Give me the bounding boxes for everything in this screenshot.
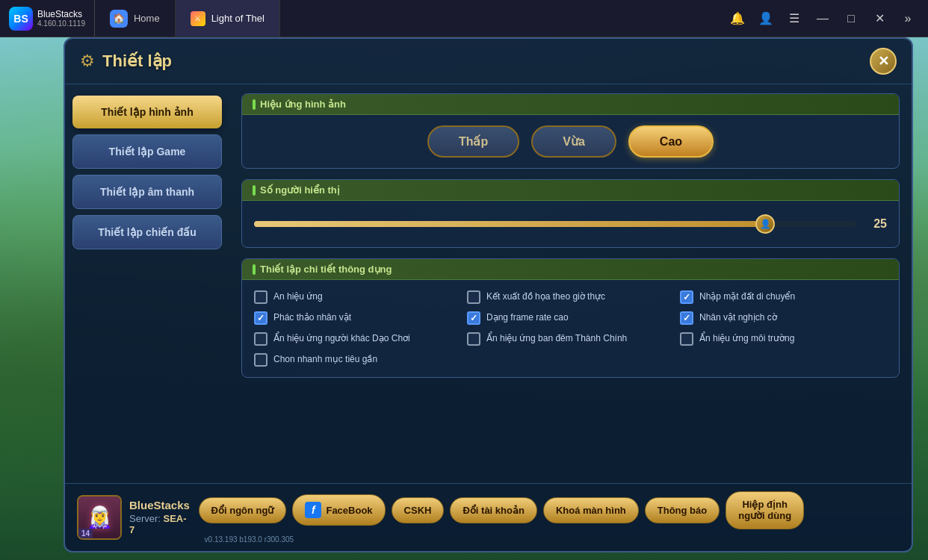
checkbox-nhan-vat-nghich-label: Nhân vật nghịch cờ	[699, 312, 777, 324]
close-panel-button[interactable]: ✕	[870, 48, 897, 75]
avatar-frame: 🧝‍♀️ 14	[77, 495, 122, 540]
game-tab-icon: ⚔	[191, 11, 205, 26]
sidebar-item-am-thanh[interactable]: Thiết lập âm thanh	[72, 175, 222, 209]
hieu-ung-section-body: Thấp Vừa Cao	[242, 115, 899, 168]
checkbox-an-hieu-ung-moi-truong-label: Ẩn hiệu ứng môi trường	[699, 333, 794, 345]
checkbox-chon-nhanh-label: Chon nhanh mục tiêu gần	[273, 354, 377, 366]
account-button[interactable]: 👤	[755, 7, 777, 30]
checkbox-nhap-mat[interactable]: ✓ Nhập mặt đất di chuyển	[680, 290, 887, 304]
so-nguoi-section-body: 👤 25	[242, 201, 899, 247]
minimize-button[interactable]: —	[811, 7, 834, 30]
hieu-ung-section-header: Hiệu ứng hình ảnh	[242, 94, 899, 115]
avatar-area: 🧝‍♀️ 14 BlueStacks Server: SEA-7	[77, 495, 191, 540]
settings-panel: ⚙ Thiết lập ✕ Thiết lập hình ảnh Thiết l…	[64, 37, 913, 553]
hieu-ung-section: Hiệu ứng hình ảnh Thấp Vừa Cao	[241, 93, 900, 169]
notification-button[interactable]: 🔔	[726, 7, 749, 30]
checkbox-phac-thao[interactable]: ✓ Phác thảo nhân vật	[254, 311, 461, 325]
bs-name-version: BlueStacks 4.160.10.1119	[37, 9, 85, 28]
so-nguoi-section-header: Số người hiển thị	[242, 180, 899, 201]
checkbox-grid: An hiệu ứng Kết xuất đồ họa theo giờ thự…	[254, 290, 887, 367]
checkbox-an-hieu-ung-nguoi-box	[254, 332, 267, 346]
checkbox-phac-thao-box: ✓	[254, 311, 267, 325]
facebook-button[interactable]: f FaceBook	[292, 494, 385, 526]
checkbox-chon-nhanh-box	[254, 353, 267, 367]
chi-tiet-section-header: Thiết lập chi tiết thông dụng	[242, 259, 899, 280]
checkbox-nhap-mat-label: Nhập mặt đất di chuyển	[699, 291, 795, 303]
doi-ngon-ngu-button[interactable]: Đổi ngôn ngữ	[199, 497, 287, 523]
panel-body: Thiết lập hình ảnh Thiết lập Game Thiết …	[65, 84, 912, 483]
quality-vua-button[interactable]: Vừa	[531, 125, 616, 158]
menu-button[interactable]: ☰	[783, 7, 805, 30]
game-tab-label: Light of Thel	[211, 13, 265, 24]
thong-bao-button[interactable]: Thông báo	[645, 497, 720, 523]
action-buttons: Đổi ngôn ngữ f FaceBook CSKH Đổi tài kho…	[199, 491, 900, 544]
tab-home[interactable]: 🏠 Home	[95, 0, 176, 37]
checkbox-an-hieu-ung-nguoi[interactable]: Ẩn hiệu ứng người khác Dạo Chơi	[254, 332, 461, 346]
server-info: Server: SEA-7	[129, 513, 191, 535]
checkbox-an-hieu-ung-moi-truong[interactable]: Ẩn hiệu ứng môi trường	[680, 332, 887, 346]
sidebar-item-game[interactable]: Thiết lập Game	[72, 134, 222, 169]
slider-row: 👤 25	[254, 211, 887, 237]
checkbox-ket-xuat[interactable]: Kết xuất đồ họa theo giờ thực	[467, 290, 674, 304]
hieu-ung-section-title: Hiệu ứng hình ảnh	[260, 99, 346, 110]
checkbox-phac-thao-label: Phác thảo nhân vật	[273, 312, 351, 324]
checkbox-an-hieu-ung-ban-dem[interactable]: Ẩn hiệu ứng ban đêm Thành Chính	[467, 332, 674, 346]
so-nguoi-section: Số người hiển thị 👤 25	[241, 179, 900, 248]
checkbox-frame-rate[interactable]: ✓ Dạng frame rate cao	[467, 311, 674, 325]
bs-app-icon: BS	[9, 7, 33, 31]
chi-tiet-section: Thiết lập chi tiết thông dụng An hiệu ứn…	[241, 258, 900, 378]
checkbox-chon-nhanh[interactable]: Chon nhanh mục tiêu gần	[254, 353, 461, 367]
checkbox-nhan-vat-nghich-box: ✓	[680, 311, 693, 325]
slider-value: 25	[864, 217, 887, 231]
checkbox-ket-xuat-box	[467, 290, 480, 304]
titlebar: BS BlueStacks 4.160.10.1119 🏠 Home ⚔ Lig…	[0, 0, 928, 37]
checkbox-an-hieu-ung-box	[254, 290, 267, 304]
bluestacks-logo[interactable]: BS BlueStacks 4.160.10.1119	[0, 0, 95, 37]
tab-light-of-thel[interactable]: ⚔ Light of Thel	[176, 0, 280, 37]
quality-buttons: Thấp Vừa Cao	[254, 125, 887, 158]
home-tab-label: Home	[134, 13, 160, 24]
doi-tai-khoan-button[interactable]: Đổi tài khoản	[450, 497, 536, 523]
checkbox-nhap-mat-box: ✓	[680, 290, 693, 304]
restore-button[interactable]: □	[840, 7, 862, 30]
slider-track[interactable]: 👤	[254, 221, 856, 227]
checkbox-frame-rate-label: Dạng frame rate cao	[486, 312, 569, 324]
panel-header: ⚙ Thiết lập ✕	[65, 39, 912, 84]
server-label: Server:	[129, 513, 161, 524]
bs-app-name: BlueStacks	[37, 9, 85, 19]
more-button[interactable]: »	[897, 7, 919, 30]
titlebar-actions: 🔔 👤 ☰ — □ ✕ »	[717, 7, 928, 30]
chi-tiet-section-body: An hiệu ứng Kết xuất đồ họa theo giờ thự…	[242, 280, 899, 377]
checkbox-ket-xuat-label: Kết xuất đồ họa theo giờ thực	[486, 291, 605, 303]
panel-title: Thiết lập	[102, 52, 172, 71]
chi-tiet-section-title: Thiết lập chi tiết thông dụng	[260, 264, 392, 275]
facebook-icon: f	[305, 502, 321, 518]
quality-cao-button[interactable]: Cao	[628, 125, 714, 158]
home-tab-icon: 🏠	[110, 10, 128, 28]
checkbox-nhan-vat-nghich[interactable]: ✓ Nhân vật nghịch cờ	[680, 311, 887, 325]
checkbox-an-hieu-ung-ban-dem-label: Ẩn hiệu ứng ban đêm Thành Chính	[486, 333, 627, 345]
bs-version: 4.160.10.1119	[37, 19, 85, 28]
avatar-level-badge: 14	[78, 529, 93, 538]
version-label: v0.13.193 b193.0 r300.305	[205, 535, 294, 544]
gear-icon: ⚙	[80, 52, 95, 71]
checkbox-frame-rate-box: ✓	[467, 311, 480, 325]
facebook-label: FaceBook	[326, 505, 372, 516]
user-info: BlueStacks Server: SEA-7	[129, 499, 191, 535]
so-nguoi-section-title: Số người hiển thị	[260, 184, 340, 196]
sidebar-item-chien-dau[interactable]: Thiết lập chiến đấu	[72, 215, 222, 249]
settings-sidebar: Thiết lập hình ảnh Thiết lập Game Thiết …	[65, 84, 229, 483]
close-button[interactable]: ✕	[868, 7, 891, 30]
khoa-man-hinh-button[interactable]: Khoá màn hình	[543, 497, 639, 523]
quality-thap-button[interactable]: Thấp	[427, 125, 519, 158]
hiep-dinh-button[interactable]: Hiệp định người dùng	[726, 491, 804, 529]
checkbox-an-hieu-ung-moi-truong-box	[680, 332, 693, 346]
slider-thumb[interactable]: 👤	[755, 214, 775, 234]
bottom-bar: 🧝‍♀️ 14 BlueStacks Server: SEA-7 Đổi ngô…	[65, 483, 912, 551]
sidebar-item-hinh-anh[interactable]: Thiết lập hình ảnh	[72, 96, 222, 128]
checkbox-an-hieu-ung-nguoi-label: Ẩn hiệu ứng người khác Dạo Chơi	[273, 333, 410, 345]
checkbox-an-hieu-ung[interactable]: An hiệu ứng	[254, 290, 461, 304]
checkbox-an-hieu-ung-ban-dem-box	[467, 332, 480, 346]
slider-fill	[254, 221, 765, 227]
cskh-button[interactable]: CSKH	[392, 497, 445, 523]
